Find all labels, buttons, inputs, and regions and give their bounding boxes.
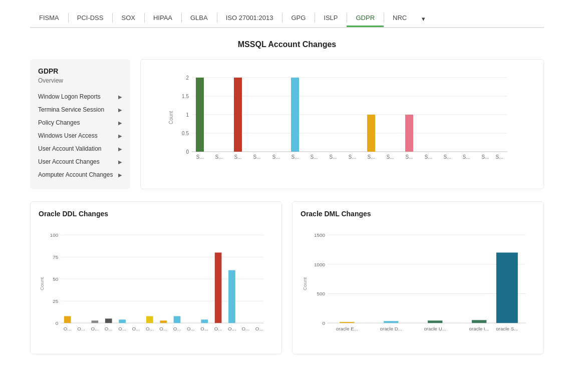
svg-text:O...: O... — [159, 326, 167, 331]
oracle-ddl-chart: 0 25 50 75 100 Count O... O... O... O. — [39, 224, 273, 344]
svg-text:100: 100 — [50, 232, 59, 238]
svg-text:S...: S... — [272, 154, 279, 160]
tab-sox[interactable]: SOX — [112, 10, 144, 27]
svg-text:S...: S... — [234, 154, 241, 160]
svg-text:O...: O... — [200, 326, 208, 331]
svg-text:oracle D...: oracle D... — [380, 326, 403, 331]
svg-rect-57 — [64, 316, 71, 323]
svg-text:S...: S... — [196, 154, 203, 160]
sidebar-item-label: User Account Changes — [38, 158, 100, 165]
page-title: MSSQL Account Changes — [30, 40, 544, 49]
svg-text:Count: Count — [168, 111, 174, 124]
page-container: FISMA PCI-DSS SOX HIPAA GLBA ISO 27001:2… — [0, 0, 574, 364]
svg-text:S...: S... — [443, 154, 451, 160]
svg-text:S...: S... — [386, 154, 394, 160]
svg-text:O...: O... — [132, 326, 140, 331]
oracle-ddl-card: Oracle DDL Changes 0 25 50 75 100 Count — [30, 201, 282, 354]
svg-rect-98 — [384, 321, 398, 323]
svg-text:S...: S... — [405, 154, 413, 160]
svg-text:50: 50 — [53, 276, 58, 282]
svg-text:oracle U...: oracle U... — [424, 326, 446, 331]
svg-rect-79 — [215, 252, 222, 323]
svg-rect-73 — [174, 316, 181, 323]
svg-rect-16 — [234, 78, 242, 152]
sidebar-item-termina[interactable]: Termina Service Session ▶ — [30, 103, 130, 116]
svg-rect-12 — [196, 78, 204, 152]
sidebar-item-policy-changes[interactable]: Policy Changes ▶ — [30, 116, 130, 129]
oracle-dml-title: Oracle DML Changes — [301, 210, 535, 218]
svg-text:S...: S... — [310, 154, 318, 160]
chevron-right-icon: ▶ — [118, 146, 122, 152]
tab-nrc[interactable]: NRC — [384, 10, 416, 27]
svg-text:S...: S... — [291, 154, 299, 160]
sidebar-item-windows-user-access[interactable]: Windows User Access ▶ — [30, 129, 130, 142]
svg-text:oracle I...: oracle I... — [469, 326, 489, 331]
svg-text:oracle E...: oracle E... — [336, 326, 358, 331]
mssql-chart-card: 0 0.5 1 1.5 2 Count S... S... S... S.. — [140, 59, 544, 189]
svg-rect-102 — [472, 320, 486, 323]
tab-glba[interactable]: GLBA — [181, 10, 217, 27]
svg-text:500: 500 — [317, 291, 326, 296]
svg-rect-71 — [160, 320, 167, 323]
sidebar-item-label: User Account Validation — [38, 145, 102, 152]
svg-text:O...: O... — [64, 326, 72, 331]
svg-text:O...: O... — [173, 326, 181, 331]
tab-hipaa[interactable]: HIPAA — [144, 10, 181, 27]
mssql-chart: 0 0.5 1 1.5 2 Count S... S... S... S.. — [149, 68, 535, 178]
sidebar: GDPR Overview Window Logon Reports ▶ Ter… — [30, 59, 130, 189]
svg-rect-69 — [146, 316, 153, 323]
svg-rect-30 — [367, 115, 375, 152]
oracle-dml-chart: 0 500 1000 1500 Count oracle E... oracle… — [301, 224, 535, 344]
svg-text:S...: S... — [367, 154, 375, 160]
tab-fisma[interactable]: FISMA — [30, 10, 68, 27]
svg-text:O...: O... — [228, 326, 236, 331]
svg-text:1: 1 — [186, 112, 189, 118]
svg-rect-65 — [119, 319, 126, 323]
svg-rect-34 — [405, 115, 413, 152]
bottom-charts-row: Oracle DDL Changes 0 25 50 75 100 Count — [30, 201, 544, 354]
svg-text:0.5: 0.5 — [182, 131, 189, 136]
svg-rect-22 — [291, 78, 299, 152]
chevron-right-icon: ▶ — [118, 159, 122, 165]
chevron-right-icon: ▶ — [118, 107, 122, 113]
sidebar-item-user-account-validation[interactable]: User Account Validation ▶ — [30, 142, 130, 155]
chevron-right-icon: ▶ — [118, 133, 122, 139]
svg-text:25: 25 — [53, 298, 58, 304]
tab-gdpr[interactable]: GDPR — [347, 10, 384, 27]
main-content: GDPR Overview Window Logon Reports ▶ Ter… — [30, 59, 544, 189]
svg-text:O...: O... — [118, 326, 126, 331]
nav-tabs: FISMA PCI-DSS SOX HIPAA GLBA ISO 27001:2… — [30, 10, 544, 28]
oracle-ddl-title: Oracle DDL Changes — [39, 210, 273, 218]
tab-iso[interactable]: ISO 27001:2013 — [217, 10, 282, 27]
sidebar-item-label: Aomputer Account Changes — [38, 171, 113, 178]
svg-rect-77 — [201, 319, 208, 323]
sidebar-item-computer-account-changes[interactable]: Aomputer Account Changes ▶ — [30, 168, 130, 181]
sidebar-item-label: Termina Service Session — [38, 106, 104, 113]
svg-text:O...: O... — [146, 326, 154, 331]
oracle-dml-card: Oracle DML Changes 0 500 1000 1500 Count… — [292, 201, 544, 354]
svg-text:S...: S... — [348, 154, 356, 160]
sidebar-title: GDPR — [30, 67, 130, 77]
svg-text:Count: Count — [302, 277, 308, 290]
tab-gpg[interactable]: GPG — [282, 10, 315, 27]
svg-rect-100 — [428, 320, 442, 323]
sidebar-subtitle: Overview — [30, 77, 130, 90]
svg-text:S...: S... — [462, 154, 470, 160]
svg-text:75: 75 — [53, 254, 58, 260]
sidebar-item-window-logon[interactable]: Window Logon Reports ▶ — [30, 90, 130, 103]
svg-text:O...: O... — [214, 326, 222, 331]
sidebar-item-user-account-changes[interactable]: User Account Changes ▶ — [30, 155, 130, 168]
svg-text:S...: S... — [253, 154, 260, 160]
svg-text:O...: O... — [187, 326, 195, 331]
svg-text:S...: S... — [215, 154, 222, 160]
svg-rect-81 — [228, 270, 235, 323]
chevron-right-icon: ▶ — [118, 172, 122, 178]
tab-pcidss[interactable]: PCI-DSS — [68, 10, 113, 27]
svg-text:0: 0 — [56, 320, 59, 326]
svg-text:O...: O... — [241, 326, 249, 331]
svg-text:1000: 1000 — [314, 262, 325, 267]
tab-islp[interactable]: ISLP — [315, 10, 347, 27]
chevron-right-icon: ▶ — [118, 94, 122, 100]
nav-more-button[interactable]: ▾ — [416, 11, 431, 27]
svg-text:oracle S...: oracle S... — [496, 326, 518, 331]
